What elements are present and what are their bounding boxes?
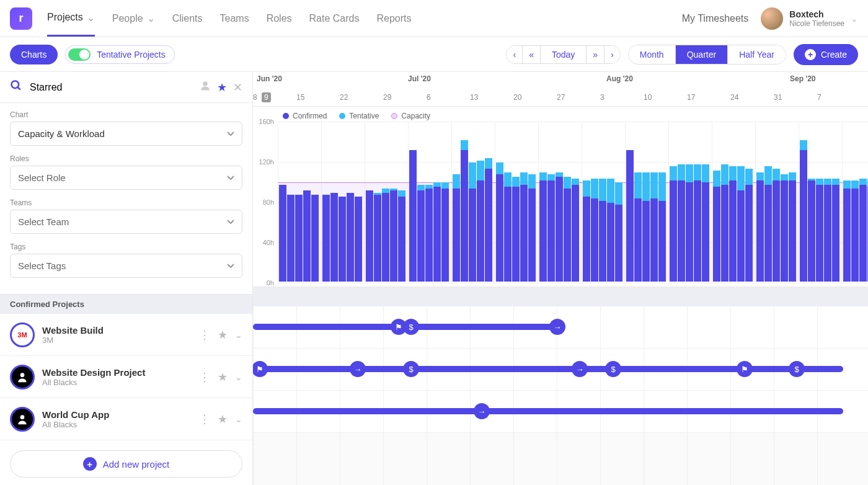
bar[interactable] — [832, 179, 839, 282]
bar[interactable] — [764, 166, 772, 281]
bar[interactable] — [808, 179, 815, 282]
bar[interactable] — [539, 172, 547, 282]
bar[interactable] — [347, 193, 354, 282]
nav-item-reports[interactable]: Reports — [376, 12, 411, 37]
milestone-icon[interactable]: → — [572, 361, 588, 377]
bar[interactable] — [528, 174, 536, 281]
bar[interactable] — [477, 161, 484, 282]
chevron-down-icon[interactable]: ⌄ — [235, 414, 242, 424]
view-half-year-button[interactable]: Half Year — [728, 45, 786, 64]
bar[interactable] — [572, 179, 579, 282]
bar[interactable] — [441, 182, 449, 281]
bar[interactable] — [330, 193, 338, 282]
bar[interactable] — [678, 164, 685, 282]
create-button[interactable]: + Create — [794, 44, 858, 65]
more-icon[interactable]: ⋮ — [199, 328, 210, 342]
nav-item-projects[interactable]: Projects ⌄ — [47, 12, 95, 37]
bar[interactable] — [650, 172, 658, 282]
bar[interactable] — [737, 166, 745, 281]
bar[interactable] — [512, 177, 520, 282]
bar[interactable] — [756, 172, 764, 282]
bar[interactable] — [721, 164, 728, 282]
bar[interactable] — [702, 164, 709, 282]
bar[interactable] — [564, 177, 571, 282]
gantt-bar[interactable] — [253, 408, 843, 414]
bar[interactable] — [485, 158, 492, 281]
filter-tags-select[interactable]: Select Tags — [10, 254, 242, 278]
clear-search-icon[interactable]: ✕ — [233, 81, 242, 94]
next-week-button[interactable]: › — [604, 46, 620, 63]
bar[interactable] — [591, 179, 598, 282]
bar[interactable] — [843, 180, 851, 282]
milestone-icon[interactable]: $ — [605, 361, 621, 377]
bar[interactable] — [311, 195, 319, 282]
today-button[interactable]: Today — [541, 46, 587, 63]
nav-item-clients[interactable]: Clients — [172, 12, 203, 37]
logo[interactable]: r — [10, 7, 32, 30]
bar[interactable] — [374, 193, 381, 282]
star-icon[interactable]: ★ — [218, 370, 228, 384]
bar[interactable] — [496, 162, 503, 282]
bar[interactable] — [626, 150, 634, 281]
bar[interactable] — [425, 185, 433, 282]
bar[interactable] — [642, 172, 650, 282]
bar[interactable] — [322, 195, 330, 282]
bar[interactable] — [658, 172, 666, 282]
search-input[interactable] — [30, 82, 192, 93]
nav-item-rate-cards[interactable]: Rate Cards — [309, 12, 360, 37]
bar[interactable] — [355, 197, 362, 282]
milestone-icon[interactable]: → — [549, 319, 565, 335]
bar[interactable] — [453, 174, 460, 281]
project-row[interactable]: Website Design Project All Blacks ⋮ ★ ⌄ — [0, 356, 252, 398]
person-filter-icon[interactable] — [200, 80, 211, 94]
bar[interactable] — [504, 172, 512, 282]
bar[interactable] — [279, 185, 286, 282]
chevron-down-icon[interactable]: ⌄ — [235, 330, 242, 340]
project-row[interactable]: World Cup App All Blacks ⋮ ★ ⌄ — [0, 398, 252, 440]
prev-week-button[interactable]: ‹ — [507, 46, 523, 63]
bar[interactable] — [670, 166, 677, 281]
bar[interactable] — [599, 179, 606, 282]
milestone-icon[interactable]: ⚑ — [253, 361, 268, 377]
milestone-icon[interactable]: ⚑ — [737, 361, 753, 377]
bar[interactable] — [686, 164, 693, 282]
bar[interactable] — [781, 174, 788, 281]
bar[interactable] — [694, 164, 701, 282]
add-project-button[interactable]: + Add new project — [10, 450, 242, 478]
bar[interactable] — [745, 169, 753, 282]
bar[interactable] — [461, 140, 468, 282]
star-icon[interactable]: ★ — [218, 328, 228, 342]
bar[interactable] — [729, 166, 737, 281]
bar[interactable] — [382, 189, 389, 282]
milestone-icon[interactable]: $ — [403, 361, 419, 377]
filter-chart-select[interactable]: Capacity & Workload — [10, 122, 242, 146]
bar[interactable] — [287, 195, 294, 282]
bar[interactable] — [800, 140, 807, 282]
bar[interactable] — [295, 195, 303, 282]
my-timesheets-link[interactable]: My Timesheets — [682, 13, 749, 24]
bar[interactable] — [816, 179, 823, 282]
more-icon[interactable]: ⋮ — [199, 412, 210, 426]
bar[interactable] — [824, 179, 831, 282]
bar[interactable] — [417, 185, 425, 282]
bar[interactable] — [556, 172, 563, 282]
star-icon[interactable]: ★ — [218, 412, 228, 426]
bar[interactable] — [859, 179, 867, 282]
gantt-bar[interactable] — [253, 366, 843, 372]
star-filter-icon[interactable]: ★ — [217, 81, 227, 94]
chevron-down-icon[interactable]: ⌄ — [235, 372, 242, 382]
bar[interactable] — [634, 172, 642, 282]
bar[interactable] — [433, 182, 441, 281]
bar[interactable] — [390, 189, 397, 282]
more-icon[interactable]: ⋮ — [199, 370, 210, 384]
bar[interactable] — [547, 174, 555, 281]
bar[interactable] — [851, 180, 859, 282]
filter-roles-select[interactable]: Select Role — [10, 166, 242, 190]
user-menu[interactable]: Boxtech Nicole Tiefensee ⌄ — [761, 7, 858, 30]
milestone-icon[interactable]: $ — [403, 319, 419, 335]
bar[interactable] — [713, 171, 720, 282]
view-quarter-button[interactable]: Quarter — [676, 45, 728, 64]
bar[interactable] — [789, 172, 796, 282]
bar[interactable] — [773, 169, 780, 282]
bar[interactable] — [339, 197, 346, 282]
